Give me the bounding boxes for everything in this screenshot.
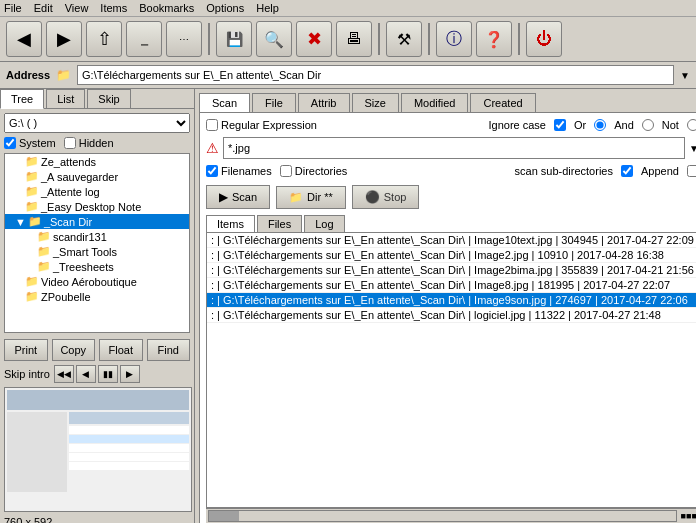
forward-button[interactable]: ▶ <box>46 21 82 57</box>
filenames-label[interactable]: Filenames <box>206 165 272 177</box>
regex-checkbox[interactable] <box>206 119 218 131</box>
menu-options[interactable]: Options <box>206 2 244 14</box>
menu-items[interactable]: Items <box>100 2 127 14</box>
address-input[interactable] <box>77 65 674 85</box>
tab-size[interactable]: Size <box>352 93 399 112</box>
result-item-4[interactable]: : | G:\Téléchargements sur E\_En attente… <box>207 293 696 308</box>
hidden-label: Hidden <box>79 137 114 149</box>
scan-sub-checkbox[interactable] <box>621 165 633 177</box>
tab-attrib[interactable]: Attrib <box>298 93 350 112</box>
menu-edit[interactable]: Edit <box>34 2 53 14</box>
tree-item-smart-tools[interactable]: 📁 _Smart Tools <box>5 244 189 259</box>
append-checkbox[interactable] <box>687 165 696 177</box>
result-item-3[interactable]: : | G:\Téléchargements sur E\_En attente… <box>207 278 696 293</box>
results-list[interactable]: : | G:\Téléchargements sur E\_En attente… <box>206 232 696 508</box>
ignore-case-checkbox[interactable] <box>554 119 566 131</box>
action-buttons: ▶ Scan 📁 Dir ** ⚫ Stop <box>206 185 696 209</box>
result-item-2[interactable]: : | G:\Téléchargements sur E\_En attente… <box>207 263 696 278</box>
menu-file[interactable]: File <box>4 2 22 14</box>
copy-button-left[interactable]: Copy <box>52 339 96 361</box>
regex-label[interactable]: Regular Expression <box>206 119 317 131</box>
directories-text: Directories <box>295 165 348 177</box>
delete-button[interactable]: ✖ <box>296 21 332 57</box>
find-button-left[interactable]: Find <box>147 339 191 361</box>
float-button-left[interactable]: Float <box>99 339 143 361</box>
and-radio[interactable] <box>642 119 654 131</box>
back-button[interactable]: ◀ <box>6 21 42 57</box>
menu-bookmarks[interactable]: Bookmarks <box>139 2 194 14</box>
result-tab-items[interactable]: Items <box>206 215 255 232</box>
toolbar-separator <box>208 23 210 55</box>
tree-item-video-aeroboutique[interactable]: 📁 Video Aéroboutique <box>5 274 189 289</box>
tree-item-easy-desktop[interactable]: 📁 _Easy Desktop Note <box>5 199 189 214</box>
result-item-5[interactable]: : | G:\Téléchargements sur E\_En attente… <box>207 308 696 323</box>
skip-next-button[interactable]: ▶ <box>120 365 140 383</box>
skip-prev2-button[interactable]: ◀◀ <box>54 365 74 383</box>
print-button[interactable]: 🖶 <box>336 21 372 57</box>
system-checkbox[interactable] <box>4 137 16 149</box>
search-button[interactable]: 🔍 <box>256 21 292 57</box>
system-label: System <box>19 137 56 149</box>
tab-scan[interactable]: Scan <box>199 93 250 112</box>
expand-icon: ▼ <box>15 216 26 228</box>
toolbar-separator4 <box>518 23 520 55</box>
menu-view[interactable]: View <box>65 2 89 14</box>
result-tab-files[interactable]: Files <box>257 215 302 232</box>
address-dropdown-arrow[interactable]: ▼ <box>680 70 690 81</box>
path-button[interactable]: ⎯ <box>126 21 162 57</box>
pattern-dropdown-arrow[interactable]: ▼ <box>689 143 696 154</box>
info-button[interactable]: ⓘ <box>436 21 472 57</box>
tree-item-scandir131[interactable]: 📁 scandir131 <box>5 229 189 244</box>
filenames-checkbox[interactable] <box>206 165 218 177</box>
folder-icon: 📁 <box>37 230 51 243</box>
folder-icon: 📁 <box>25 170 39 183</box>
result-tab-log[interactable]: Log <box>304 215 344 232</box>
menu-help[interactable]: Help <box>256 2 279 14</box>
up-button[interactable]: ⇧ <box>86 21 122 57</box>
tab-modified[interactable]: Modified <box>401 93 469 112</box>
result-item-0[interactable]: : | G:\Téléchargements sur E\_En attente… <box>207 233 696 248</box>
help-button[interactable]: ❓ <box>476 21 512 57</box>
horizontal-scrollbar[interactable]: ■■■ <box>206 508 696 523</box>
hscroll-thumb[interactable] <box>209 511 239 521</box>
hscroll-track[interactable] <box>208 510 677 522</box>
tab-created[interactable]: Created <box>470 93 535 112</box>
stop-button[interactable]: ⚫ Stop <box>352 185 420 209</box>
tree-item-label: ZPoubelle <box>41 291 91 303</box>
system-check-label[interactable]: System <box>4 137 56 149</box>
tree-item-treesheets[interactable]: 📁 _Treesheets <box>5 259 189 274</box>
hidden-check-label[interactable]: Hidden <box>64 137 114 149</box>
power-button[interactable]: ⏻ <box>526 21 562 57</box>
tree-item-a-sauvegarder[interactable]: 📁 _A sauvegarder <box>5 169 189 184</box>
save-button[interactable]: 💾 <box>216 21 252 57</box>
result-item-1[interactable]: : | G:\Téléchargements sur E\_En attente… <box>207 248 696 263</box>
tab-file[interactable]: File <box>252 93 296 112</box>
scan-icon: ▶ <box>219 190 228 204</box>
tree-item-ze-attends[interactable]: 📁 Ze_attends <box>5 154 189 169</box>
preview-image <box>4 387 192 512</box>
tab-tree[interactable]: Tree <box>0 89 44 109</box>
directories-checkbox[interactable] <box>280 165 292 177</box>
or-radio[interactable] <box>594 119 606 131</box>
tab-skip[interactable]: Skip <box>87 89 130 108</box>
skip-label: Skip intro <box>4 368 50 380</box>
not-radio[interactable] <box>687 119 696 131</box>
skip-pause-button[interactable]: ▮▮ <box>98 365 118 383</box>
tree-content[interactable]: 📁 Ze_attends 📁 _A sauvegarder 📁 _Attente… <box>4 153 190 333</box>
scan-button[interactable]: ▶ Scan <box>206 185 270 209</box>
skip-prev-button[interactable]: ◀ <box>76 365 96 383</box>
directories-label[interactable]: Directories <box>280 165 348 177</box>
tree-item-zpoubelle[interactable]: 📁 ZPoubelle <box>5 289 189 304</box>
dir-button[interactable]: 📁 Dir ** <box>276 186 346 209</box>
tree-item-attente-log[interactable]: 📁 _Attente log <box>5 184 189 199</box>
folder-icon: 📁 <box>25 290 39 303</box>
tab-list[interactable]: List <box>46 89 85 108</box>
pattern-input[interactable] <box>223 137 685 159</box>
tree-dropdown-select[interactable]: G:\ ( ) <box>4 113 190 133</box>
hscroll-center-label: ■■■ <box>679 511 696 521</box>
hidden-checkbox[interactable] <box>64 137 76 149</box>
print-button-left[interactable]: Print <box>4 339 48 361</box>
more-button[interactable]: ⋯ <box>166 21 202 57</box>
tree-item-scan-dir[interactable]: ▼ 📁 _Scan Dir <box>5 214 189 229</box>
tools-button[interactable]: ⚒ <box>386 21 422 57</box>
